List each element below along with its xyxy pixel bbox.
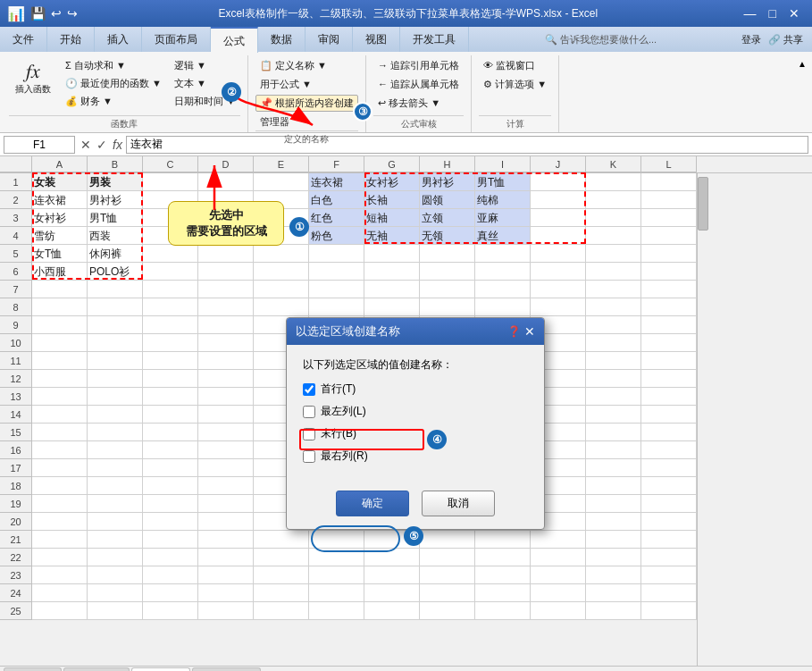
cell-A3[interactable]: 女衬衫 bbox=[32, 209, 88, 227]
row-num-2[interactable]: 2 bbox=[0, 191, 32, 209]
close-btn[interactable]: ✕ bbox=[783, 4, 805, 22]
ribbon-collapse-btn[interactable]: ▲ bbox=[794, 55, 810, 72]
autosum-btn[interactable]: Σ 自动求和 ▼ bbox=[61, 57, 166, 74]
row-num-25[interactable]: 25 bbox=[0, 602, 32, 620]
cell-H3[interactable]: 立领 bbox=[420, 209, 475, 227]
cell-J6[interactable] bbox=[531, 263, 586, 281]
row-num-6[interactable]: 6 bbox=[0, 263, 32, 281]
tab-formula[interactable]: 公式 bbox=[211, 27, 258, 53]
cell-I5[interactable] bbox=[475, 245, 531, 263]
cell-H5[interactable] bbox=[420, 245, 475, 263]
dialog-close-btn[interactable]: ✕ bbox=[524, 324, 535, 339]
row-num-14[interactable]: 14 bbox=[0, 406, 32, 424]
minimize-btn[interactable]: — bbox=[739, 4, 762, 22]
cell-A2[interactable]: 连衣裙 bbox=[32, 191, 88, 209]
name-box[interactable] bbox=[4, 136, 75, 154]
tab-home[interactable]: 开始 bbox=[47, 27, 95, 52]
cell-L5[interactable] bbox=[641, 245, 697, 263]
col-header-I[interactable]: I bbox=[475, 156, 531, 172]
cell-F4[interactable]: 粉色 bbox=[309, 227, 364, 245]
cell-E1[interactable] bbox=[254, 173, 309, 191]
dialog-ok-btn[interactable]: 确定 bbox=[336, 491, 409, 516]
row-num-22[interactable]: 22 bbox=[0, 549, 32, 566]
row-num-7[interactable]: 7 bbox=[0, 281, 32, 298]
trace-dependents-btn[interactable]: ← 追踪从属单元格 bbox=[373, 76, 464, 93]
cell-A4[interactable]: 雪纺 bbox=[32, 227, 88, 245]
confirm-formula-btn[interactable]: ✓ bbox=[95, 138, 109, 152]
cell-I6[interactable] bbox=[475, 263, 531, 281]
vertical-scrollbar[interactable] bbox=[697, 173, 709, 666]
tab-file[interactable]: 文件 bbox=[0, 27, 47, 52]
maximize-btn[interactable]: □ bbox=[764, 4, 782, 22]
cell-K6[interactable] bbox=[586, 263, 641, 281]
create-names-dialog[interactable]: 以选定区域创建名称 ❓ ✕ 以下列选定区域的值创建名称： 首行(T) 最左列(L… bbox=[286, 317, 545, 530]
col-header-J[interactable]: J bbox=[531, 156, 586, 172]
sheet-tab-level2[interactable]: 二级联动 bbox=[63, 667, 130, 672]
cell-K3[interactable] bbox=[586, 209, 641, 227]
cell-I2[interactable]: 纯棉 bbox=[475, 191, 531, 209]
cell-L3[interactable] bbox=[641, 209, 697, 227]
col-header-B[interactable]: B bbox=[88, 156, 143, 172]
checkbox-left-col-input[interactable] bbox=[303, 406, 315, 418]
checkbox-last-row-input[interactable] bbox=[303, 428, 315, 440]
row-num-12[interactable]: 12 bbox=[0, 370, 32, 388]
dialog-cancel-btn[interactable]: 取消 bbox=[422, 491, 495, 516]
cell-G4[interactable]: 无袖 bbox=[364, 227, 420, 245]
recent-func-btn[interactable]: 🕐 最近使用的函数 ▼ bbox=[61, 75, 166, 92]
cell-F3[interactable]: 红色 bbox=[309, 209, 364, 227]
tell-me[interactable]: 🔍 告诉我您想要做什么... bbox=[469, 27, 732, 52]
col-header-G[interactable]: G bbox=[364, 156, 420, 172]
cell-A5[interactable]: 女T恤 bbox=[32, 245, 88, 263]
row-num-3[interactable]: 3 bbox=[0, 209, 32, 227]
cell-K1[interactable] bbox=[586, 173, 641, 191]
define-name-btn[interactable]: 📋 定义名称 ▼ bbox=[255, 57, 331, 74]
dialog-help-btn[interactable]: ❓ bbox=[507, 325, 521, 338]
cell-D6[interactable] bbox=[198, 263, 254, 281]
cell-B4[interactable]: 西装 bbox=[88, 227, 143, 245]
cell-G5[interactable] bbox=[364, 245, 420, 263]
cell-I4[interactable]: 真丝 bbox=[475, 227, 531, 245]
calc-options-btn[interactable]: ⚙ 计算选项 ▼ bbox=[479, 76, 551, 93]
cell-I1[interactable]: 男T恤 bbox=[475, 173, 531, 191]
col-header-D[interactable]: D bbox=[198, 156, 254, 172]
save-qat-btn[interactable]: 💾 bbox=[30, 6, 46, 21]
col-header-H[interactable]: H bbox=[420, 156, 475, 172]
redo-qat-btn[interactable]: ↪ bbox=[67, 6, 78, 21]
col-header-C[interactable]: C bbox=[143, 156, 198, 172]
cell-E5[interactable] bbox=[254, 245, 309, 263]
row-num-13[interactable]: 13 bbox=[0, 388, 32, 406]
cell-G3[interactable]: 短袖 bbox=[364, 209, 420, 227]
cell-G6[interactable] bbox=[364, 263, 420, 281]
formula-input[interactable] bbox=[126, 136, 808, 154]
cell-C1[interactable] bbox=[143, 173, 198, 191]
row-num-16[interactable]: 16 bbox=[0, 441, 32, 459]
sheet-tab-sheet1[interactable]: Sheet1 bbox=[4, 667, 62, 672]
cell-J3[interactable] bbox=[531, 209, 586, 227]
cell-F6[interactable] bbox=[309, 263, 364, 281]
cell-H2[interactable]: 圆领 bbox=[420, 191, 475, 209]
cell-F1[interactable]: 连衣裙 bbox=[309, 173, 364, 191]
cell-G2[interactable]: 长袖 bbox=[364, 191, 420, 209]
cell-J5[interactable] bbox=[531, 245, 586, 263]
row-num-9[interactable]: 9 bbox=[0, 316, 32, 334]
checkbox-first-row[interactable]: 首行(T) bbox=[303, 382, 528, 397]
cell-F2[interactable]: 白色 bbox=[309, 191, 364, 209]
watch-window-btn[interactable]: 👁 监视窗口 bbox=[479, 57, 540, 74]
cell-C6[interactable] bbox=[143, 263, 198, 281]
cell-E6[interactable] bbox=[254, 263, 309, 281]
col-header-K[interactable]: K bbox=[586, 156, 641, 172]
row-num-8[interactable]: 8 bbox=[0, 298, 32, 316]
cell-A6[interactable]: 小西服 bbox=[32, 263, 88, 281]
col-header-F[interactable]: F bbox=[309, 156, 364, 172]
cell-A1[interactable]: 女装 bbox=[32, 173, 88, 191]
tab-insert[interactable]: 插入 bbox=[95, 27, 142, 52]
finance-btn[interactable]: 💰 财务 ▼ bbox=[61, 93, 166, 110]
row-num-5[interactable]: 5 bbox=[0, 245, 32, 263]
remove-arrows-btn[interactable]: ↩ 移去箭头 ▼ bbox=[373, 95, 445, 112]
cell-H6[interactable] bbox=[420, 263, 475, 281]
checkbox-first-row-input[interactable] bbox=[303, 383, 315, 396]
trace-precedents-btn[interactable]: → 追踪引用单元格 bbox=[373, 57, 464, 74]
scrollbar-thumb[interactable] bbox=[698, 177, 708, 231]
cell-L1[interactable] bbox=[641, 173, 697, 191]
col-header-A[interactable]: A bbox=[32, 156, 88, 172]
